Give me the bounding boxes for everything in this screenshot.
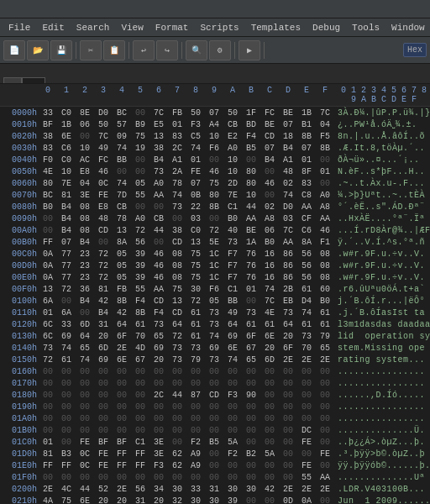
hex-byte[interactable]: 02 xyxy=(260,202,279,212)
hex-byte[interactable]: 1B xyxy=(57,120,76,129)
hex-byte[interactable]: 4E xyxy=(260,308,279,318)
hex-byte[interactable]: 00 xyxy=(242,414,260,423)
hex-byte[interactable]: 65 xyxy=(149,332,168,341)
hex-byte[interactable]: 73 xyxy=(168,355,186,365)
hex-byte[interactable]: 00 xyxy=(279,438,297,447)
hex-byte[interactable]: 72 xyxy=(94,261,113,270)
hex-byte[interactable]: AA xyxy=(316,473,334,482)
hex-byte[interactable]: 00 xyxy=(205,402,223,412)
hex-byte[interactable]: FF xyxy=(39,238,57,247)
hex-byte[interactable]: A0 xyxy=(316,191,334,200)
hex-byte[interactable]: F3 xyxy=(186,120,205,129)
hex-byte[interactable]: 50 xyxy=(94,120,113,129)
hex-byte[interactable]: 0B xyxy=(186,191,205,200)
hex-byte[interactable]: 61 xyxy=(131,320,149,329)
hex-byte[interactable]: 00 xyxy=(76,132,94,141)
menu-item-format[interactable]: Format xyxy=(150,21,194,34)
hex-byte[interactable]: 49 xyxy=(94,144,113,153)
hex-byte[interactable]: 00 xyxy=(279,379,297,388)
hex-byte[interactable]: 00 xyxy=(57,379,76,388)
hex-byte[interactable]: 6A xyxy=(39,297,57,306)
hex-byte[interactable]: 80 xyxy=(205,191,223,200)
hex-byte[interactable]: A0 xyxy=(149,179,168,188)
hex-byte[interactable]: 64 xyxy=(279,320,297,329)
hex-row[interactable]: 01F0h000000000000000000000000000055AA...… xyxy=(0,471,430,483)
hex-byte[interactable]: 70 xyxy=(297,344,316,353)
hex-byte[interactable]: 46 xyxy=(205,167,223,176)
tools-btn[interactable]: ⚙ xyxy=(209,40,231,60)
hex-byte[interactable]: 77 xyxy=(57,249,76,259)
hex-byte[interactable]: C6 xyxy=(297,226,316,235)
hex-byte[interactable]: 00 xyxy=(113,414,131,423)
hex-byte[interactable]: 00 xyxy=(316,402,334,412)
hex-byte[interactable]: 00 xyxy=(316,391,334,400)
hex-byte[interactable]: 00 xyxy=(131,108,149,118)
hex-byte[interactable]: 73 xyxy=(205,355,223,365)
hex-byte[interactable]: 81 xyxy=(94,285,113,294)
hex-byte[interactable]: 10 xyxy=(223,167,242,176)
hex-byte[interactable]: 69 xyxy=(94,355,113,365)
hex-byte[interactable]: FF xyxy=(113,449,131,459)
hex-byte[interactable]: 39 xyxy=(131,261,149,270)
hex-byte[interactable]: 61 xyxy=(242,320,260,329)
hex-byte[interactable]: 00 xyxy=(205,379,223,388)
hex-byte[interactable]: 00 xyxy=(242,155,260,165)
hex-byte[interactable]: BE xyxy=(279,108,297,118)
hex-byte[interactable]: FC xyxy=(94,155,113,165)
hex-byte[interactable]: 00 xyxy=(113,391,131,400)
hex-byte[interactable]: 00 xyxy=(223,367,242,376)
hex-byte[interactable]: 49 xyxy=(223,308,242,318)
hex-byte[interactable]: 3E xyxy=(149,449,168,459)
hex-byte[interactable]: 08 xyxy=(168,261,186,270)
hex-byte[interactable]: 00 xyxy=(94,426,113,435)
hex-byte[interactable]: BC xyxy=(113,108,131,118)
hex-row[interactable]: 0130h6C6964206F7065726174696F6E207379lid… xyxy=(0,330,430,342)
menu-item-view[interactable]: View xyxy=(116,21,148,34)
hex-byte[interactable]: 00 xyxy=(186,402,205,412)
hex-byte[interactable]: 69 xyxy=(205,344,223,353)
hex-byte[interactable]: 00 xyxy=(131,391,149,400)
hex-byte[interactable]: 00 xyxy=(242,438,260,447)
hex-byte[interactable]: 86 xyxy=(279,249,297,259)
hex-byte[interactable]: FE xyxy=(94,461,113,470)
hex-byte[interactable]: 80 xyxy=(242,179,260,188)
hex-byte[interactable]: BC xyxy=(39,191,57,200)
hex-byte[interactable]: 01 xyxy=(39,308,57,318)
hex-byte[interactable]: 0A xyxy=(39,273,57,282)
hex-byte[interactable]: 08 xyxy=(168,273,186,282)
hex-row[interactable]: 0210h4A756E202031203230303900000D0A00Jun… xyxy=(0,495,430,504)
hex-byte[interactable]: 2E xyxy=(113,344,131,353)
hex-byte[interactable]: 5A xyxy=(260,449,279,459)
hex-byte[interactable]: 61 xyxy=(297,285,316,294)
hex-byte[interactable]: 20 xyxy=(279,332,297,341)
hex-byte[interactable]: 00 xyxy=(57,426,76,435)
hex-byte[interactable]: 00 xyxy=(316,426,334,435)
hex-byte[interactable]: D4 xyxy=(297,297,316,306)
hex-byte[interactable]: 65 xyxy=(316,344,334,353)
hex-byte[interactable]: 00 xyxy=(149,402,168,412)
hex-byte[interactable]: 00 xyxy=(186,379,205,388)
hex-byte[interactable]: 00 xyxy=(39,391,57,400)
hex-byte[interactable]: 69 xyxy=(57,332,76,341)
hex-byte[interactable]: 13 xyxy=(149,132,168,141)
hex-row[interactable]: 00D0h0A77237205394608751CF77616865608.w#… xyxy=(0,260,430,271)
hex-byte[interactable]: 00 xyxy=(260,191,279,200)
hex-byte[interactable]: 31 xyxy=(131,496,149,505)
hex-byte[interactable]: FF xyxy=(131,461,149,470)
hex-byte[interactable]: 00 xyxy=(316,179,334,188)
hex-byte[interactable]: FB xyxy=(168,108,186,118)
hex-byte[interactable]: 00 xyxy=(242,461,260,470)
hex-byte[interactable]: E8 xyxy=(76,167,94,176)
hex-byte[interactable]: 72 xyxy=(94,249,113,259)
hex-byte[interactable]: 07 xyxy=(186,179,205,188)
hex-byte[interactable]: 33 xyxy=(39,108,57,118)
hex-byte[interactable]: 07 xyxy=(57,238,76,247)
hex-byte[interactable]: 74 xyxy=(186,144,205,153)
run-btn[interactable]: ▶ xyxy=(239,40,260,60)
hex-byte[interactable]: C5 xyxy=(186,132,205,141)
hex-byte[interactable]: 00 xyxy=(131,414,149,423)
hex-byte[interactable]: 81 xyxy=(57,191,76,200)
hex-byte[interactable]: 01 xyxy=(316,167,334,176)
hex-byte[interactable]: 6C xyxy=(39,332,57,341)
hex-byte[interactable]: 75 xyxy=(186,273,205,282)
